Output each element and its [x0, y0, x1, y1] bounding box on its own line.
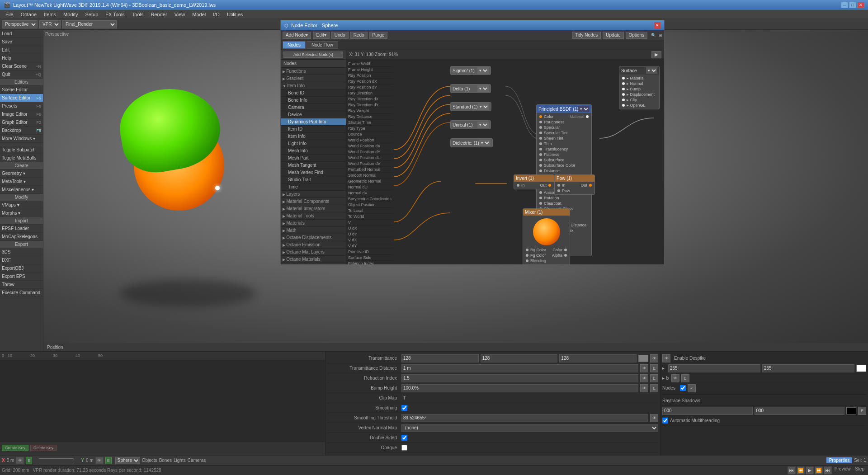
delta-node[interactable]: Delta (1) ▾: [450, 84, 491, 93]
execute-cmd-btn[interactable]: Execute Command: [0, 289, 43, 297]
dielectric-select[interactable]: ▾: [479, 140, 491, 146]
menu-load[interactable]: Load: [0, 30, 43, 38]
render-mode-select[interactable]: VPR: [39, 20, 61, 28]
undo-btn[interactable]: Undo: [331, 32, 349, 39]
x-e-btn[interactable]: E: [26, 457, 32, 464]
current-item-select[interactable]: Sphere: [115, 457, 140, 464]
node-time[interactable]: Time: [281, 183, 346, 191]
node-studio-trait[interactable]: Studio Trait: [281, 176, 346, 183]
standard-select[interactable]: ▾: [478, 103, 489, 110]
clear-scene-btn[interactable]: Clear Scene +N: [0, 62, 43, 71]
x-eye-btn[interactable]: 👁: [16, 457, 24, 464]
octane-medium-group[interactable]: Octane Medium: [281, 263, 346, 264]
delete-key-btn[interactable]: Delete Key: [30, 445, 57, 451]
nodes-btn[interactable]: ✓: [688, 384, 696, 392]
menu-items[interactable]: Items: [40, 11, 60, 18]
node-device[interactable]: Device: [281, 111, 346, 118]
backdrop-btn[interactable]: BackdropF5: [0, 127, 43, 135]
rewind-btn[interactable]: ⏮: [788, 466, 796, 475]
morphs-btn[interactable]: Morphs ▾: [0, 209, 43, 217]
menu-render[interactable]: Render: [147, 11, 171, 18]
shadow-g-input[interactable]: [755, 407, 845, 415]
export-eps-btn[interactable]: Export EPS: [0, 273, 43, 281]
mocap-btn[interactable]: MoCapSkelegons: [0, 233, 43, 241]
transmittance-distance-e[interactable]: E: [650, 364, 658, 372]
transmittance-eye-btn[interactable]: 👁: [650, 354, 658, 362]
menu-edit[interactable]: Edit: [0, 46, 43, 54]
quit-btn[interactable]: Quit +Q: [0, 71, 43, 79]
node-camera[interactable]: Camera: [281, 104, 346, 111]
image-editor-btn[interactable]: Image EditorF6: [0, 110, 43, 118]
purge-btn[interactable]: Purge: [369, 32, 388, 39]
refraction-index-input[interactable]: [401, 374, 638, 382]
next-frame-btn[interactable]: ⏩: [815, 466, 823, 475]
menu-file[interactable]: File: [2, 11, 17, 18]
menu-utilities[interactable]: Utilities: [223, 11, 246, 18]
ix-eye-btn[interactable]: 👁: [671, 374, 679, 382]
epsf-btn[interactable]: EPSF Loader: [0, 225, 43, 233]
y-e-btn[interactable]: E: [105, 457, 112, 464]
sigma-node[interactable]: Sigma2 (1) ▾: [450, 66, 491, 75]
timeline-track[interactable]: [0, 360, 325, 441]
material-tools-group[interactable]: Material Tools: [281, 212, 346, 220]
gradient-group[interactable]: Gradient: [281, 75, 346, 82]
principled-select[interactable]: ▾: [578, 106, 590, 112]
surface-editor-btn[interactable]: Surface EditorF5: [0, 94, 43, 102]
color-swatch-white[interactable]: [856, 365, 866, 372]
scene-editor-btn[interactable]: Scene Editor: [0, 86, 43, 94]
play-btn[interactable]: ▶: [806, 466, 814, 475]
delta-select[interactable]: ▾: [477, 85, 489, 92]
end-btn[interactable]: ⏭: [824, 466, 832, 475]
nodes-check[interactable]: [680, 385, 686, 391]
view-mode-select[interactable]: Perspective: [2, 20, 38, 28]
menu-save[interactable]: Save: [0, 38, 43, 46]
functions-group[interactable]: Functions: [281, 68, 346, 75]
options-btn[interactable]: Options: [626, 32, 647, 39]
pow-node[interactable]: Pow (1) In Out Pow: [554, 174, 595, 195]
node-mesh-vertex-find[interactable]: Mesh Vertex Find: [281, 169, 346, 176]
octane-materials-group[interactable]: Octane Materials: [281, 256, 346, 263]
metatools-btn[interactable]: MetaTools ▾: [0, 178, 43, 186]
node-editor-close[interactable]: ✕: [654, 22, 660, 28]
invert-node[interactable]: Invert (1) In Out: [514, 174, 554, 189]
transmittance-r[interactable]: [401, 354, 479, 362]
unreal-node[interactable]: Unreal (1) ▾: [450, 120, 491, 129]
node-item-info[interactable]: Item Info: [281, 133, 346, 140]
unreal-select[interactable]: ▾: [477, 122, 489, 128]
math-group[interactable]: Math: [281, 227, 346, 234]
eye-icon-btn[interactable]: 👁: [662, 354, 670, 362]
presets-btn[interactable]: PresetsF8: [0, 102, 43, 110]
frame-slider[interactable]: ────────────|────────────: [34, 456, 79, 465]
menu-view[interactable]: View: [171, 11, 189, 18]
menu-modify[interactable]: Modify: [60, 11, 81, 18]
toggle-subpatch-btn[interactable]: Toggle Subpatch: [0, 146, 43, 154]
node-light-info[interactable]: Light Info: [281, 140, 346, 147]
close-btn[interactable]: ✕: [857, 2, 864, 8]
shadow-e-btn[interactable]: E: [858, 407, 866, 415]
node-canvas[interactable]: X: 31 Y: 138 Zoom: 91% ▶ Frame Width Fra…: [346, 50, 664, 264]
mixer-node[interactable]: Mixer (1) Bg Color Color F: [523, 208, 570, 264]
smoothing-threshold-input[interactable]: [401, 414, 648, 422]
color-g-input[interactable]: [762, 364, 854, 372]
vertex-normal-select[interactable]: (none): [401, 424, 658, 432]
transmittance-distance-input[interactable]: [401, 364, 638, 372]
standard-node[interactable]: Standard (1) ▾: [450, 102, 491, 111]
node-mesh-info[interactable]: Mesh Info: [281, 147, 346, 155]
smoothing-check[interactable]: [401, 405, 407, 411]
material-components-group[interactable]: Material Components: [281, 198, 346, 205]
prev-frame-btn[interactable]: ⏪: [797, 466, 805, 475]
shadow-swatch[interactable]: [846, 407, 856, 414]
surface-select[interactable]: ▾: [646, 67, 657, 74]
node-bone-id[interactable]: Bone ID: [281, 89, 346, 97]
maximize-btn[interactable]: □: [849, 2, 856, 8]
opaque-check[interactable]: [401, 445, 407, 451]
octane-emission-group[interactable]: Octane Emission: [281, 241, 346, 249]
y-eye-btn[interactable]: 👁: [95, 457, 104, 464]
ix-e-btn[interactable]: E: [681, 374, 689, 382]
menu-setup[interactable]: Setup: [82, 11, 102, 18]
vmaps-btn[interactable]: VMaps ▾: [0, 201, 43, 209]
tab-node-flow[interactable]: Node Flow: [307, 41, 338, 49]
refraction-index-eye[interactable]: 👁: [640, 374, 648, 382]
properties-btn[interactable]: Properties: [826, 457, 853, 463]
toggle-metaballs-btn[interactable]: Toggle MetaBalls: [0, 154, 43, 162]
